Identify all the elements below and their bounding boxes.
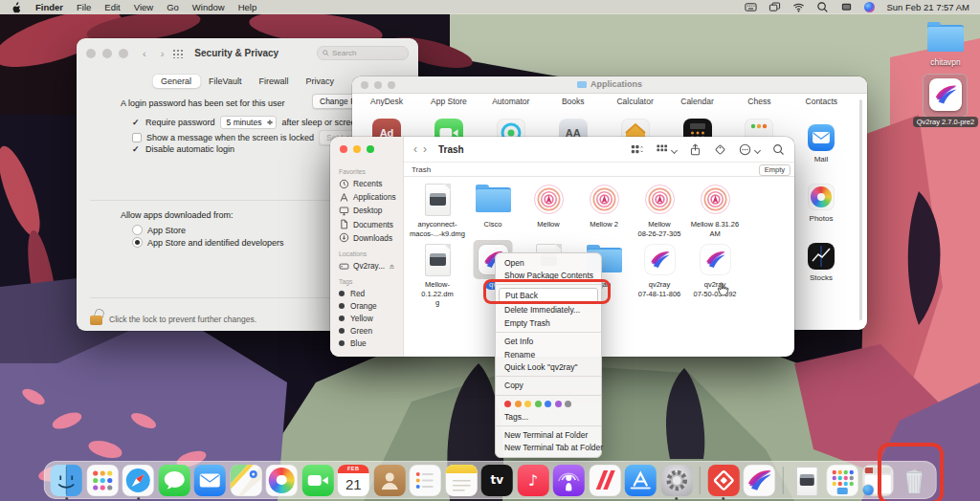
- dock-item-finder[interactable]: [51, 465, 82, 496]
- dock-item-photos[interactable]: [266, 465, 298, 496]
- spotlight-icon[interactable]: [816, 1, 829, 13]
- dock-item-contacts[interactable]: [373, 465, 405, 496]
- eject-icon[interactable]: [389, 263, 395, 270]
- dock-item-launchpad[interactable]: [86, 465, 118, 496]
- tab-firewall[interactable]: Firewall: [250, 75, 297, 88]
- window-stack-icon[interactable]: [768, 1, 781, 13]
- tag-color-dot[interactable]: [565, 401, 571, 407]
- dock-item-applications-folder[interactable]: [826, 465, 858, 496]
- menu-item-new-terminal-at-folder[interactable]: New Terminal at Folder: [496, 428, 601, 441]
- file-item-mellow-8-31-26-am[interactable]: Mellow 8.31.26AM: [687, 182, 743, 238]
- tag-color-dot[interactable]: [535, 401, 542, 407]
- require-password-dropdown[interactable]: 5 minutes: [220, 116, 278, 129]
- sidebar-tag-red[interactable]: Red: [330, 287, 403, 299]
- menu-item-rename[interactable]: Rename: [496, 348, 601, 360]
- empty-trash-button[interactable]: Empty: [759, 164, 791, 176]
- search-icon[interactable]: [772, 143, 785, 156]
- dock-item-podcasts[interactable]: [553, 465, 585, 496]
- close-button[interactable]: [340, 145, 347, 153]
- dock-item-facetime[interactable]: [301, 465, 333, 496]
- menu-item-copy[interactable]: Copy: [496, 380, 601, 392]
- sidebar-tag-yellow[interactable]: Yellow: [330, 313, 403, 325]
- dock-item-dmg-file[interactable]: [791, 465, 822, 496]
- checkbox-checked-icon[interactable]: ✓: [132, 145, 141, 154]
- dock-item-reminders[interactable]: [410, 465, 441, 496]
- dock-item-music[interactable]: ♪: [517, 465, 548, 496]
- tag-color-dot[interactable]: [555, 401, 562, 407]
- menu-help[interactable]: Help: [238, 2, 257, 12]
- dock-item-maps[interactable]: [230, 465, 261, 496]
- menu-window[interactable]: Window: [192, 2, 225, 12]
- dock-item-messages[interactable]: [158, 465, 189, 496]
- menu-go[interactable]: Go: [167, 2, 179, 12]
- menu-finder[interactable]: Finder: [35, 2, 63, 12]
- radio-app-store[interactable]: [132, 225, 143, 235]
- forward-button[interactable]: ›: [423, 142, 427, 156]
- more-actions-icon[interactable]: [739, 143, 751, 156]
- sidebar-tag-green[interactable]: Green: [330, 325, 403, 338]
- zoom-button[interactable]: [119, 49, 128, 58]
- radio-identified-developers[interactable]: [132, 237, 143, 248]
- back-button[interactable]: ‹: [143, 48, 146, 59]
- close-button[interactable]: [86, 49, 96, 58]
- menu-view[interactable]: View: [134, 2, 153, 12]
- menu-item-new-terminal-tab-at-folder[interactable]: New Terminal Tab at Folder: [496, 442, 601, 454]
- menu-item-delete-immediately[interactable]: Delete Immediately...: [496, 304, 601, 316]
- sidebar-item-documents[interactable]: Documents: [330, 218, 403, 231]
- file-item-mellow-2[interactable]: Mellow 2: [576, 182, 632, 229]
- sidebar-item-recents[interactable]: Recents: [330, 177, 403, 190]
- share-icon[interactable]: [689, 143, 702, 156]
- sidebar-item-qv2ray[interactable]: Qv2ray...: [330, 259, 403, 272]
- dock-item-mail[interactable]: [194, 465, 226, 496]
- tag-color-dot[interactable]: [524, 401, 531, 407]
- file-item-qv2ray-07-50-03-692[interactable]: qv2ray07-50-03-692: [687, 242, 743, 298]
- lock-icon[interactable]: [90, 309, 103, 325]
- sidebar-item-desktop[interactable]: Desktop: [330, 204, 403, 217]
- dock-item-notes[interactable]: [445, 465, 477, 496]
- file-item-cisco[interactable]: Cisco: [465, 182, 521, 229]
- menu-item-get-info[interactable]: Get Info: [496, 336, 601, 348]
- desktop-icon-qv2ray[interactable]: [929, 78, 962, 111]
- tag-icon[interactable]: [714, 143, 726, 156]
- app-icon-mail[interactable]: [808, 124, 835, 151]
- group-sort-icon[interactable]: [631, 143, 643, 156]
- tab-general[interactable]: General: [152, 75, 200, 88]
- display-icon[interactable]: [840, 1, 853, 13]
- menu-edit[interactable]: Edit: [104, 2, 120, 12]
- zoom-button[interactable]: [367, 145, 374, 153]
- search-input[interactable]: Search: [317, 46, 409, 60]
- dock-item-calendar[interactable]: FEB21: [338, 465, 369, 496]
- file-item-mellow-08-26-27-305[interactable]: Mellow08-26-27-305: [632, 182, 687, 238]
- desktop-folder-chitavpn[interactable]: [927, 25, 964, 52]
- menu-bar-clock[interactable]: Sun Feb 21 7:57 AM: [886, 2, 969, 12]
- file-item-mellow-0-1-22-dm-g[interactable]: Mellow-0.1.22.dmg: [410, 242, 465, 308]
- sidebar-tag-blue[interactable]: Blue: [330, 338, 403, 350]
- menu-item-tags[interactable]: Tags...: [496, 410, 601, 423]
- minimize-button[interactable]: [353, 145, 361, 153]
- file-item-anyconnect-macos-k9-dmg[interactable]: anyconnect-macos-...-k9.dmg: [410, 182, 465, 238]
- wifi-icon[interactable]: [792, 1, 805, 13]
- menu-item-empty-trash[interactable]: Empty Trash: [496, 316, 601, 329]
- file-item-qv2ray-07-48-11-806[interactable]: qv2ray07-48-11-806: [632, 242, 687, 298]
- dock-item-news[interactable]: [589, 465, 620, 496]
- app-icon-stocks[interactable]: [808, 243, 835, 270]
- dock-item-qv2ray[interactable]: [744, 465, 775, 496]
- dock-item-anydesk[interactable]: [707, 465, 739, 496]
- dock-item-app-store[interactable]: [625, 465, 657, 496]
- tag-color-dot[interactable]: [545, 401, 551, 407]
- file-item-mellow[interactable]: Mellow: [521, 182, 576, 229]
- apple-menu-icon[interactable]: [11, 1, 21, 13]
- menu-item-open[interactable]: Open: [496, 256, 601, 269]
- view-options-icon[interactable]: [656, 143, 668, 156]
- sidebar-tag-orange[interactable]: Orange: [330, 299, 403, 312]
- tab-filevault[interactable]: FileVault: [200, 75, 250, 88]
- dock-item-safari[interactable]: [122, 465, 154, 496]
- show-all-icon[interactable]: [172, 49, 184, 58]
- forward-button[interactable]: ›: [161, 48, 165, 59]
- sidebar-item-downloads[interactable]: Downloads: [330, 231, 403, 245]
- tab-privacy[interactable]: Privacy: [297, 75, 343, 88]
- menu-item-quick-look-qv2ray[interactable]: Quick Look "qv2ray": [496, 360, 601, 373]
- tag-color-dot[interactable]: [504, 401, 511, 407]
- app-icon-photos[interactable]: [808, 184, 835, 210]
- scrollbar[interactable]: [859, 99, 862, 320]
